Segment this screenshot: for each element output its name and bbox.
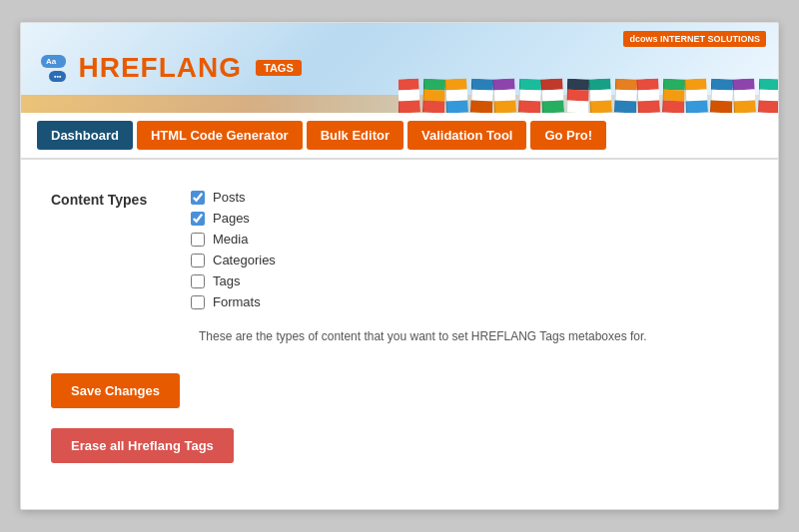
chat-bubble-main: Aa: [41, 55, 66, 68]
svg-rect-48: [684, 78, 707, 90]
svg-rect-61: [758, 90, 778, 102]
dcows-logo: dcows INTERNET SOLUTIONS: [623, 31, 766, 47]
checkbox-label-categories: Categories: [213, 253, 276, 267]
header-banner: Aa ▪▪▪ HREFLANG TAGS dcows INTERNET SOLU…: [21, 23, 778, 113]
flag-13: [710, 79, 733, 113]
svg-rect-46: [662, 101, 684, 113]
content-types-row: Content Types PostsPagesMediaCategoriesT…: [51, 190, 748, 309]
svg-rect-24: [540, 78, 563, 90]
checkbox-label-media: Media: [213, 232, 248, 247]
svg-rect-21: [518, 90, 540, 102]
svg-rect-38: [614, 101, 636, 113]
svg-rect-10: [445, 100, 468, 113]
flag-11: [662, 79, 685, 113]
page-wrapper: Aa ▪▪▪ HREFLANG TAGS dcows INTERNET SOLU…: [20, 22, 779, 510]
flag-10: [636, 78, 660, 113]
svg-rect-1: [399, 89, 419, 101]
svg-rect-12: [471, 79, 493, 91]
checkbox-item-formats: Formats: [191, 294, 276, 309]
svg-rect-6: [422, 101, 444, 113]
svg-rect-32: [588, 78, 611, 90]
nav-bar: Dashboard HTML Code Generator Bulk Edito…: [21, 113, 778, 160]
svg-rect-26: [541, 100, 564, 113]
svg-rect-60: [759, 79, 778, 91]
checkbox-item-pages: Pages: [191, 211, 276, 226]
svg-rect-8: [444, 78, 467, 90]
flag-5: [518, 79, 541, 113]
checkbox-label-pages: Pages: [213, 211, 250, 226]
svg-rect-54: [710, 101, 732, 113]
flag-9: [614, 79, 637, 113]
svg-rect-34: [589, 100, 612, 113]
svg-rect-9: [445, 89, 468, 101]
flag-0: [399, 78, 420, 113]
checkbox-media[interactable]: [191, 233, 205, 247]
content-types-label: Content Types: [51, 190, 151, 309]
checkbox-item-tags: Tags: [191, 273, 276, 288]
save-changes-button[interactable]: Save Changes: [51, 373, 180, 408]
checkbox-label-posts: Posts: [213, 190, 246, 205]
svg-rect-14: [470, 101, 492, 113]
checkbox-label-tags: Tags: [213, 273, 240, 288]
brand-icon: Aa ▪▪▪: [41, 55, 66, 82]
svg-rect-52: [711, 79, 733, 91]
svg-rect-16: [492, 78, 515, 90]
nav-go-pro[interactable]: Go Pro!: [530, 121, 606, 150]
svg-rect-28: [567, 79, 589, 91]
checkbox-item-posts: Posts: [191, 190, 276, 205]
erase-hreflang-button[interactable]: Erase all Hreflang Tags: [51, 428, 234, 463]
flag-6: [540, 78, 564, 113]
flag-12: [684, 78, 708, 113]
flag-7: [566, 79, 589, 113]
flag-8: [588, 78, 612, 113]
svg-rect-53: [710, 90, 732, 102]
svg-rect-49: [685, 89, 708, 101]
checkbox-label-formats: Formats: [213, 294, 261, 309]
svg-rect-36: [615, 79, 637, 91]
checkbox-pages[interactable]: [191, 212, 205, 226]
brand-name: HREFLANG: [78, 52, 242, 84]
svg-rect-58: [733, 100, 756, 113]
svg-rect-41: [637, 89, 660, 101]
nav-bulk-editor[interactable]: Bulk Editor: [307, 121, 403, 150]
svg-rect-0: [399, 78, 419, 90]
svg-rect-20: [519, 79, 541, 91]
svg-rect-33: [589, 89, 612, 101]
flag-1: [422, 79, 445, 113]
checkbox-tags[interactable]: [191, 274, 205, 288]
tags-badge: TAGS: [256, 60, 302, 76]
nav-html-code-generator[interactable]: HTML Code Generator: [137, 121, 303, 150]
checkbox-categories[interactable]: [191, 254, 205, 267]
brand-logo: Aa ▪▪▪ HREFLANG TAGS: [41, 52, 302, 84]
flag-2: [444, 78, 468, 113]
nav-validation-tool[interactable]: Validation Tool: [407, 121, 526, 150]
checkbox-item-categories: Categories: [191, 253, 276, 267]
flag-14: [732, 78, 756, 113]
flag-3: [470, 79, 493, 113]
svg-rect-50: [685, 100, 708, 113]
checkbox-item-media: Media: [191, 232, 276, 247]
content-area: Content Types PostsPagesMediaCategoriesT…: [21, 160, 778, 509]
svg-rect-57: [733, 89, 756, 101]
svg-rect-29: [566, 90, 588, 102]
checkboxes-section: PostsPagesMediaCategoriesTagsFormats: [191, 190, 276, 309]
svg-rect-42: [637, 100, 660, 113]
svg-rect-37: [614, 90, 636, 102]
svg-rect-30: [566, 101, 588, 113]
svg-rect-2: [399, 100, 420, 113]
svg-rect-17: [493, 89, 516, 101]
nav-dashboard[interactable]: Dashboard: [37, 121, 133, 150]
help-text: These are the types of content that you …: [199, 329, 748, 343]
svg-rect-4: [423, 79, 445, 91]
svg-rect-22: [518, 101, 540, 113]
checkbox-posts[interactable]: [191, 191, 205, 205]
svg-rect-18: [493, 100, 516, 113]
svg-rect-62: [758, 101, 778, 113]
checkbox-formats[interactable]: [191, 295, 205, 309]
svg-rect-45: [662, 90, 684, 102]
chat-bubble-small: ▪▪▪: [49, 71, 66, 82]
svg-rect-13: [470, 90, 492, 102]
svg-rect-25: [541, 89, 564, 101]
flag-4: [492, 78, 516, 113]
flag-15: [758, 79, 778, 113]
